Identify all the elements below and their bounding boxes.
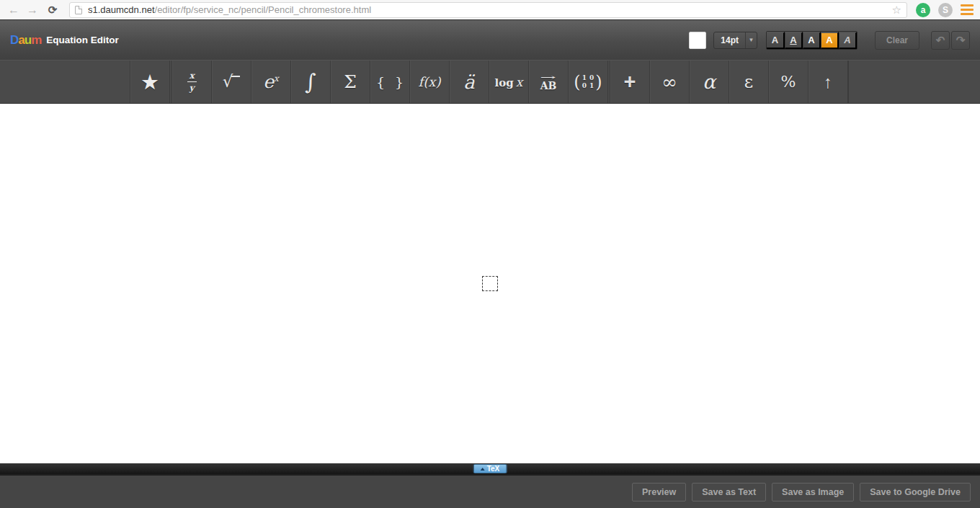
accent-icon: ä	[463, 71, 475, 93]
fraction-button[interactable]: x y	[172, 61, 212, 103]
log-icon: logx	[495, 75, 523, 89]
toolbar-spacer	[0, 61, 130, 103]
url-text: s1.daumcdn.net/editor/fp/service_nc/penc…	[88, 4, 371, 15]
format-underline-button[interactable]: A	[785, 32, 803, 49]
operators-button[interactable]: +	[610, 61, 650, 103]
function-icon: f(x)	[419, 74, 441, 89]
math-toolbar: ★ x y √ ex ∫ Σ { } f(x) ä logx → AB	[0, 60, 980, 104]
logarithm-button[interactable]: logx	[489, 61, 529, 103]
infinity-button[interactable]: ∞	[650, 61, 690, 103]
greek-alpha-button[interactable]: α	[690, 61, 729, 103]
url-path: /editor/fp/service_nc/pencil/Pencil_chro…	[155, 4, 372, 15]
format-button-group: A A A A A	[766, 31, 858, 50]
page-icon	[75, 6, 82, 14]
exponent-button[interactable]: ex	[251, 61, 291, 103]
function-button[interactable]: f(x)	[410, 61, 450, 103]
tex-toggle-button[interactable]: TeX	[473, 464, 507, 473]
url-domain: s1.daumcdn.net	[88, 4, 155, 15]
square-root-button[interactable]: √	[212, 61, 251, 103]
vector-button[interactable]: → AB	[529, 61, 569, 103]
epsilon-icon: ε	[744, 72, 753, 92]
format-bold-button[interactable]: A	[803, 32, 821, 49]
format-normal-button[interactable]: A	[767, 32, 785, 49]
percent-icon: %	[781, 73, 796, 91]
app-header: Daum Equation Editor 14pt ▼ A A A A A Cl…	[0, 19, 980, 60]
page: ← → ⟳ s1.daumcdn.net/editor/fp/service_n…	[0, 0, 980, 508]
integral-button[interactable]: ∫	[291, 61, 331, 103]
preview-button[interactable]: Preview	[632, 483, 686, 502]
tex-toggle-label: TeX	[487, 465, 500, 473]
matrix-icon: ( 10 01 )	[574, 73, 602, 91]
undo-redo-group: ↶ ↷	[931, 31, 970, 50]
accent-button[interactable]: ä	[450, 61, 489, 103]
infinity-icon: ∞	[662, 71, 677, 93]
forward-icon[interactable]: →	[23, 4, 42, 17]
extension-area: a S	[916, 3, 974, 17]
footer-action-bar: Preview Save as Text Save as Image Save …	[0, 474, 980, 508]
clear-button[interactable]: Clear	[875, 31, 919, 50]
color-picker-button[interactable]	[689, 32, 706, 49]
summation-button[interactable]: Σ	[331, 61, 370, 103]
triangle-up-icon	[481, 468, 485, 471]
fraction-icon: x y	[187, 71, 197, 92]
sigma-icon: Σ	[344, 71, 357, 92]
tex-bar: TeX	[0, 463, 980, 474]
bookmark-star-icon[interactable]: ☆	[892, 4, 901, 17]
header-controls: 14pt ▼ A A A A A Clear ↶ ↷	[689, 31, 970, 50]
save-as-image-button[interactable]: Save as Image	[772, 483, 854, 502]
format-italic-button[interactable]: A	[839, 32, 857, 49]
skype-extension-icon[interactable]: S	[938, 3, 953, 17]
refresh-icon[interactable]: ⟳	[42, 4, 63, 17]
address-bar[interactable]: s1.daumcdn.net/editor/fp/service_nc/penc…	[69, 2, 907, 18]
save-as-text-button[interactable]: Save as Text	[692, 483, 766, 502]
alpha-icon: α	[703, 71, 716, 93]
plus-icon: +	[624, 70, 636, 94]
toolbar-filler	[848, 61, 980, 103]
greek-epsilon-button[interactable]: ε	[729, 61, 769, 103]
square-root-icon: √	[223, 73, 241, 90]
star-icon: ★	[141, 70, 159, 94]
brackets-button[interactable]: { }	[370, 61, 410, 103]
matrix-button[interactable]: ( 10 01 )	[569, 61, 608, 103]
chrome-menu-icon[interactable]	[961, 4, 974, 15]
font-size-select[interactable]: 14pt ▼	[713, 32, 757, 49]
percent-button[interactable]: %	[769, 61, 808, 103]
back-icon[interactable]: ←	[4, 4, 23, 17]
vector-icon: → AB	[540, 73, 557, 91]
up-arrow-icon: ↑	[824, 72, 832, 92]
equation-canvas[interactable]	[0, 104, 980, 463]
daum-logo: Daum	[10, 34, 41, 46]
browser-toolbar: ← → ⟳ s1.daumcdn.net/editor/fp/service_n…	[0, 0, 980, 19]
save-to-google-drive-button[interactable]: Save to Google Drive	[860, 483, 971, 502]
format-highlight-button[interactable]: A	[821, 32, 839, 49]
extension-icon-green[interactable]: a	[916, 3, 930, 17]
arrow-button[interactable]: ↑	[808, 61, 848, 103]
chevron-down-icon[interactable]: ▼	[745, 32, 757, 48]
font-size-value: 14pt	[714, 32, 745, 48]
favorites-button[interactable]: ★	[130, 61, 170, 103]
integral-icon: ∫	[305, 69, 316, 94]
redo-icon[interactable]: ↷	[951, 31, 970, 50]
braces-icon: { }	[373, 74, 406, 90]
exponent-icon: ex	[263, 73, 279, 91]
equation-placeholder-box	[482, 276, 498, 291]
undo-icon[interactable]: ↶	[931, 31, 950, 50]
app-title: Equation Editor	[46, 35, 119, 45]
